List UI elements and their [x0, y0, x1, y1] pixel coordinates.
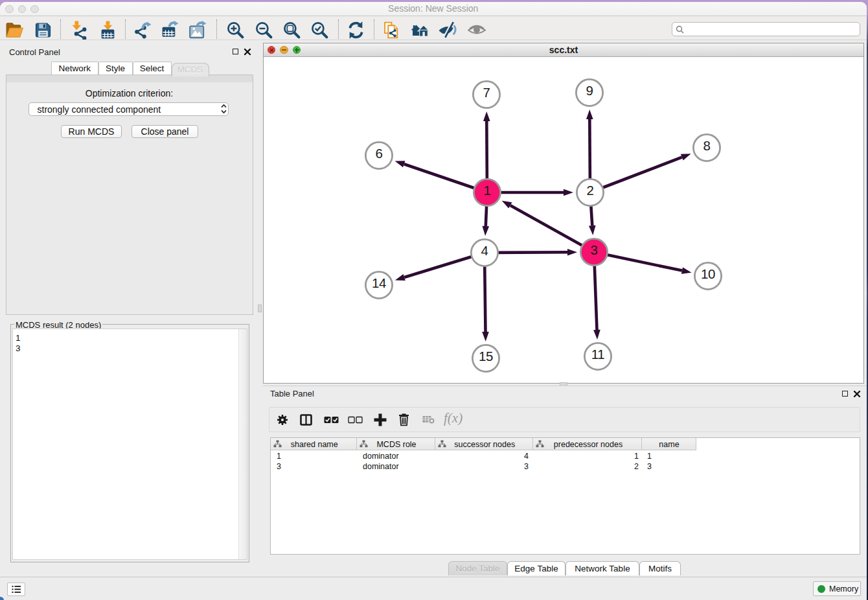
svg-text:14: 14: [372, 275, 386, 290]
svg-text:2: 2: [587, 183, 594, 198]
svg-text:4: 4: [481, 243, 488, 258]
svg-text:8: 8: [703, 138, 711, 153]
svg-text:10: 10: [701, 266, 715, 281]
svg-text:11: 11: [591, 347, 604, 362]
svg-text:1: 1: [484, 183, 491, 198]
svg-text:15: 15: [479, 349, 493, 363]
svg-text:6: 6: [376, 146, 383, 161]
svg-text:9: 9: [586, 83, 593, 98]
svg-text:7: 7: [483, 85, 490, 100]
svg-text:3: 3: [591, 242, 598, 257]
